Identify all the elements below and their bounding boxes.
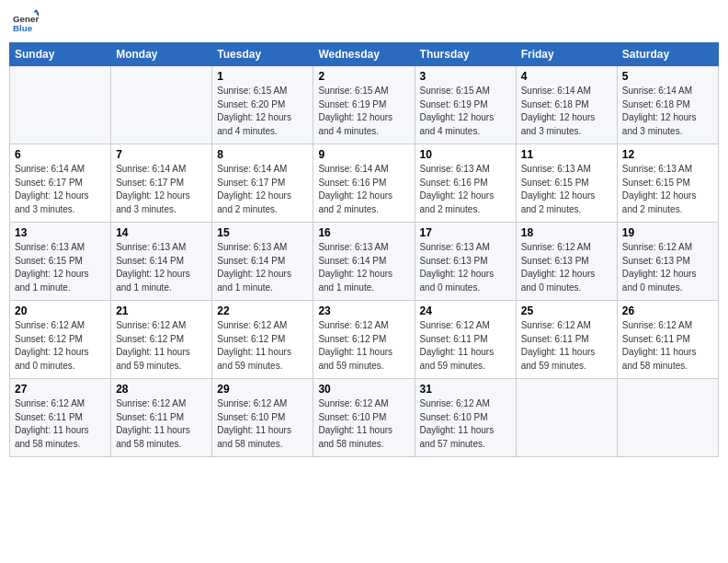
day-info: Sunrise: 6:15 AM Sunset: 6:20 PM Dayligh… [217,85,308,138]
day-info: Sunrise: 6:13 AM Sunset: 6:15 PM Dayligh… [15,241,106,294]
day-number: 25 [521,304,612,317]
calendar-cell: 16Sunrise: 6:13 AM Sunset: 6:14 PM Dayli… [313,223,415,301]
day-info: Sunrise: 6:12 AM Sunset: 6:12 PM Dayligh… [116,319,207,373]
day-info: Sunrise: 6:12 AM Sunset: 6:12 PM Dayligh… [15,319,106,373]
calendar-cell [10,66,111,144]
day-number: 21 [116,304,207,317]
svg-text:Blue: Blue [13,23,33,33]
day-number: 14 [116,226,207,239]
day-info: Sunrise: 6:12 AM Sunset: 6:10 PM Dayligh… [420,397,511,451]
day-info: Sunrise: 6:12 AM Sunset: 6:11 PM Dayligh… [420,319,511,373]
calendar-cell: 2Sunrise: 6:15 AM Sunset: 6:19 PM Daylig… [313,66,415,144]
calendar-cell: 23Sunrise: 6:12 AM Sunset: 6:12 PM Dayli… [313,301,415,379]
day-info: Sunrise: 6:12 AM Sunset: 6:13 PM Dayligh… [521,241,612,294]
calendar-cell: 14Sunrise: 6:13 AM Sunset: 6:14 PM Dayli… [111,223,212,301]
day-info: Sunrise: 6:13 AM Sunset: 6:15 PM Dayligh… [521,163,612,216]
day-number: 26 [622,304,713,317]
calendar-cell: 4Sunrise: 6:14 AM Sunset: 6:18 PM Daylig… [516,66,617,144]
day-info: Sunrise: 6:14 AM Sunset: 6:17 PM Dayligh… [217,163,308,216]
weekday-header-friday: Friday [516,43,617,66]
day-info: Sunrise: 6:12 AM Sunset: 6:11 PM Dayligh… [622,319,713,373]
day-info: Sunrise: 6:13 AM Sunset: 6:14 PM Dayligh… [217,241,308,294]
calendar-cell: 15Sunrise: 6:13 AM Sunset: 6:14 PM Dayli… [212,223,313,301]
calendar-cell: 29Sunrise: 6:12 AM Sunset: 6:10 PM Dayli… [212,379,313,457]
day-number: 23 [318,304,409,317]
calendar-cell [516,379,617,457]
day-info: Sunrise: 6:14 AM Sunset: 6:17 PM Dayligh… [116,163,207,216]
calendar-cell: 7Sunrise: 6:14 AM Sunset: 6:17 PM Daylig… [111,144,212,223]
calendar-week-1: 1Sunrise: 6:15 AM Sunset: 6:20 PM Daylig… [10,66,719,144]
day-info: Sunrise: 6:13 AM Sunset: 6:15 PM Dayligh… [622,163,713,216]
day-info: Sunrise: 6:12 AM Sunset: 6:10 PM Dayligh… [318,397,409,451]
calendar-cell: 31Sunrise: 6:12 AM Sunset: 6:10 PM Dayli… [415,379,516,457]
weekday-header-sunday: Sunday [10,43,111,66]
day-number: 31 [420,383,511,396]
calendar-cell: 18Sunrise: 6:12 AM Sunset: 6:13 PM Dayli… [516,223,617,301]
day-number: 11 [521,148,612,161]
day-info: Sunrise: 6:14 AM Sunset: 6:17 PM Dayligh… [15,163,106,216]
calendar-cell: 11Sunrise: 6:13 AM Sunset: 6:15 PM Dayli… [516,144,617,223]
calendar-cell: 10Sunrise: 6:13 AM Sunset: 6:16 PM Dayli… [415,144,516,223]
day-number: 28 [116,383,207,396]
day-number: 17 [420,226,511,239]
day-number: 8 [217,148,308,161]
calendar-body: 1Sunrise: 6:15 AM Sunset: 6:20 PM Daylig… [10,66,719,457]
day-info: Sunrise: 6:13 AM Sunset: 6:16 PM Dayligh… [420,163,511,216]
calendar-cell: 3Sunrise: 6:15 AM Sunset: 6:19 PM Daylig… [415,66,516,144]
day-number: 27 [15,383,106,396]
day-info: Sunrise: 6:14 AM Sunset: 6:18 PM Dayligh… [521,85,612,138]
day-number: 18 [521,226,612,239]
day-number: 3 [420,70,511,83]
calendar-cell [111,66,212,144]
day-number: 16 [318,226,409,239]
logo-icon: General Blue [13,9,39,35]
day-number: 22 [217,304,308,317]
calendar-week-5: 27Sunrise: 6:12 AM Sunset: 6:11 PM Dayli… [10,379,719,457]
calendar-cell: 20Sunrise: 6:12 AM Sunset: 6:12 PM Dayli… [10,301,111,379]
day-info: Sunrise: 6:12 AM Sunset: 6:12 PM Dayligh… [318,319,409,373]
day-number: 13 [15,226,106,239]
day-number: 6 [15,148,106,161]
day-number: 15 [217,226,308,239]
weekday-header-tuesday: Tuesday [212,43,313,66]
calendar-cell: 25Sunrise: 6:12 AM Sunset: 6:11 PM Dayli… [516,301,617,379]
day-number: 9 [318,148,409,161]
day-info: Sunrise: 6:15 AM Sunset: 6:19 PM Dayligh… [420,85,511,138]
day-number: 19 [622,226,713,239]
calendar-cell: 22Sunrise: 6:12 AM Sunset: 6:12 PM Dayli… [212,301,313,379]
day-number: 5 [622,70,713,83]
calendar-cell: 17Sunrise: 6:13 AM Sunset: 6:13 PM Dayli… [415,223,516,301]
calendar-cell: 27Sunrise: 6:12 AM Sunset: 6:11 PM Dayli… [10,379,111,457]
day-number: 7 [116,148,207,161]
calendar-cell: 8Sunrise: 6:14 AM Sunset: 6:17 PM Daylig… [212,144,313,223]
calendar-cell: 9Sunrise: 6:14 AM Sunset: 6:16 PM Daylig… [313,144,415,223]
svg-marker-2 [33,9,39,13]
day-number: 29 [217,383,308,396]
day-info: Sunrise: 6:12 AM Sunset: 6:11 PM Dayligh… [15,397,106,451]
weekday-header-monday: Monday [111,43,212,66]
calendar-cell: 12Sunrise: 6:13 AM Sunset: 6:15 PM Dayli… [617,144,718,223]
calendar-cell: 5Sunrise: 6:14 AM Sunset: 6:18 PM Daylig… [617,66,718,144]
weekday-header-thursday: Thursday [415,43,516,66]
day-info: Sunrise: 6:12 AM Sunset: 6:10 PM Dayligh… [217,397,308,451]
weekday-header-wednesday: Wednesday [313,43,415,66]
calendar-cell: 24Sunrise: 6:12 AM Sunset: 6:11 PM Dayli… [415,301,516,379]
day-number: 12 [622,148,713,161]
calendar-week-2: 6Sunrise: 6:14 AM Sunset: 6:17 PM Daylig… [10,144,719,223]
calendar-cell: 28Sunrise: 6:12 AM Sunset: 6:11 PM Dayli… [111,379,212,457]
day-info: Sunrise: 6:14 AM Sunset: 6:18 PM Dayligh… [622,85,713,138]
calendar-cell: 13Sunrise: 6:13 AM Sunset: 6:15 PM Dayli… [10,223,111,301]
day-info: Sunrise: 6:12 AM Sunset: 6:12 PM Dayligh… [217,319,308,373]
day-info: Sunrise: 6:13 AM Sunset: 6:14 PM Dayligh… [318,241,409,294]
day-info: Sunrise: 6:15 AM Sunset: 6:19 PM Dayligh… [318,85,409,138]
calendar-cell: 1Sunrise: 6:15 AM Sunset: 6:20 PM Daylig… [212,66,313,144]
day-number: 30 [318,383,409,396]
day-number: 20 [15,304,106,317]
calendar-week-4: 20Sunrise: 6:12 AM Sunset: 6:12 PM Dayli… [10,301,719,379]
calendar-table: SundayMondayTuesdayWednesdayThursdayFrid… [9,42,719,457]
calendar-cell: 26Sunrise: 6:12 AM Sunset: 6:11 PM Dayli… [617,301,718,379]
calendar-cell: 6Sunrise: 6:14 AM Sunset: 6:17 PM Daylig… [10,144,111,223]
calendar-cell: 19Sunrise: 6:12 AM Sunset: 6:13 PM Dayli… [617,223,718,301]
day-number: 1 [217,70,308,83]
calendar-cell: 30Sunrise: 6:12 AM Sunset: 6:10 PM Dayli… [313,379,415,457]
